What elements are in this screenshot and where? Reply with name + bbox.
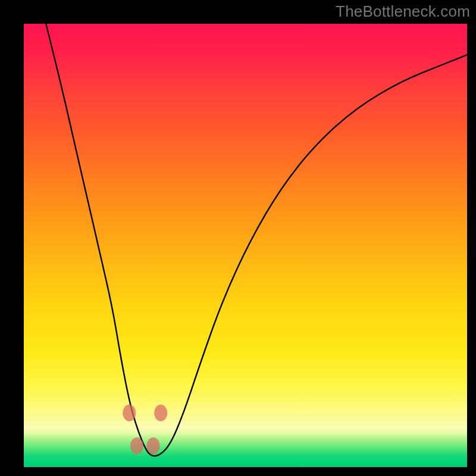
watermark-text: TheBottleneck.com (336, 2, 470, 21)
plot-area (24, 24, 467, 467)
data-marker-0 (123, 405, 136, 421)
data-marker-3 (147, 437, 160, 454)
bottleneck-curve (46, 24, 467, 456)
chart-frame: TheBottleneck.com (0, 0, 476, 476)
data-marker-1 (154, 405, 167, 421)
curve-svg (24, 24, 467, 467)
data-marker-2 (130, 437, 143, 454)
